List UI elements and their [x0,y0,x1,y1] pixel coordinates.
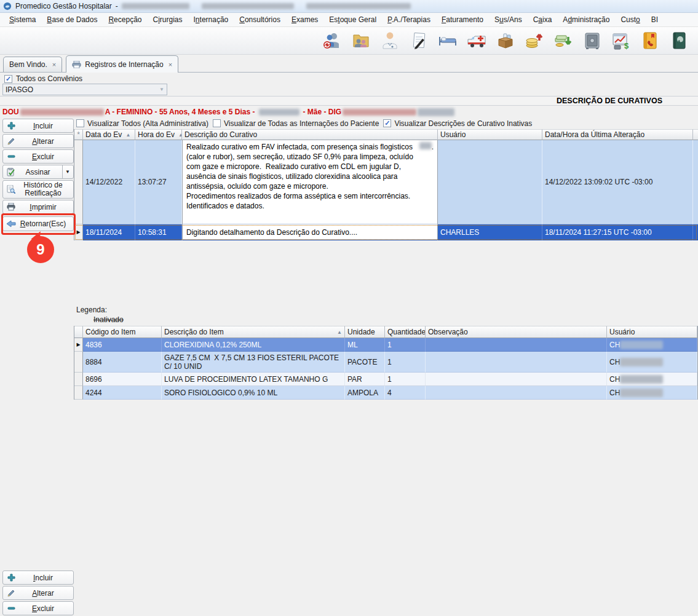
col-observacao[interactable]: Observação [426,326,607,338]
observacao-cell [426,373,607,386]
col-data-do-ev[interactable]: Data do Ev▲ [83,129,135,140]
incluir-button[interactable]: Incluir [2,119,74,133]
col-descricao-item[interactable]: Descrição do Item▲ [162,326,345,338]
add-icon [6,573,16,583]
excluir-button[interactable]: Excluir [2,149,74,164]
menu-item-pa-terapias[interactable]: P.A./Terapias [382,14,436,26]
option-curativo-inativas[interactable]: ✓ Visualizar Descrições de Curativo Inat… [383,119,532,128]
sort-asc-icon: ▲ [337,330,342,335]
table-row[interactable]: 14/12/2022 13:07:27 Realizado curativo e… [74,140,697,224]
hospital-bed-icon[interactable] [437,30,458,51]
menu-item-consultorios[interactable]: Consultórios [234,14,286,26]
data-ev-cell: 18/11/2024 [83,224,135,240]
item-row[interactable]: 8696 LUVA DE PROCEDIMENTO LATEX TAMANHO … [74,373,697,386]
financial-report-icon[interactable]: $ [611,30,632,51]
descricao-item-cell: GAZE 7,5 CM X 7,5 CM 13 FIOS ESTERIL PAC… [162,352,345,373]
col-codigo-item[interactable]: Código do Item [83,326,162,338]
quantidade-cell: 4 [385,386,426,400]
menu-item-base-de-dados[interactable]: Base de Dados [41,14,103,26]
menu-item-bi[interactable]: BI [646,14,664,26]
curativo-inativas-checkbox[interactable]: ✓ [383,119,391,127]
sign-clipboard-icon [6,167,16,177]
money-out-icon[interactable] [553,30,574,51]
redacted-title-1 [122,3,189,9]
col-descricao-curativo[interactable]: Descrição do Curativo [182,129,438,140]
hora-ev-cell: 10:58:31 [135,224,182,240]
item-row[interactable]: 8884 GAZE 7,5 CM X 7,5 CM 13 FIOS ESTERI… [74,352,697,373]
menu-item-custo[interactable]: Custo [615,14,645,26]
incluir-item-button[interactable]: Incluir [2,571,74,585]
alterar-button[interactable]: Alterar [2,134,74,148]
table-row-selected[interactable]: ▶ 18/11/2024 10:58:31 Digitando detalham… [74,224,697,240]
doctor-icon[interactable] [379,30,400,51]
item-row[interactable]: 4244 SORO FISIOLOGICO 0,9% 10 ML AMPOLA … [74,386,697,400]
phone-directory-icon[interactable] [640,30,660,51]
prescription-icon[interactable] [408,30,429,51]
refresh-users-icon[interactable] [322,30,343,51]
tab-bem-vindo-label: Bem Vindo. [9,60,47,69]
option-todas-internacoes[interactable]: Visualizar de Todas as Internações do Pa… [213,119,379,128]
col-quantidade[interactable]: Quantidade [385,326,426,338]
col-unidade[interactable]: Unidade [345,326,385,338]
menu-item-caixa[interactable]: Caixa [528,14,558,26]
title-separator: - [116,2,118,10]
filler-cell [693,224,698,240]
money-in-icon[interactable] [524,30,545,51]
col-hora-do-ev[interactable]: Hora do Ev▲ [135,129,182,140]
selector-header-cell: * [74,129,83,140]
tab-registros-internacao[interactable]: Registros de Internação × [66,55,178,73]
col-usuario[interactable]: Usuário [438,129,542,140]
menu-item-administracao[interactable]: Administração [557,14,615,26]
menu-item-sus-ans[interactable]: Sus/Ans [489,14,528,26]
menu-item-recepcao[interactable]: Recepção [103,14,147,26]
assinar-dropdown-arrow[interactable]: ▼ [62,165,70,178]
menu-item-internacao[interactable]: Internação [188,14,234,26]
col-data-hora-alteracao[interactable]: Data/Hora da Última Alteração [542,129,693,140]
patient-records-icon[interactable] [351,30,371,51]
redacted-signature [419,142,431,149]
item-row-selected[interactable]: ▶ 4836 CLOREXIDINA 0,12% 250ML ML 1 CH [74,338,697,352]
tab-strip: Bem Vindo. × Registros de Internação × [0,55,698,73]
alterar-item-button[interactable]: Alterar [2,586,74,600]
todos-convenios-checkbox[interactable]: ✓ [4,75,12,83]
col-usuario-item[interactable]: Usuário [607,326,697,338]
assinar-button[interactable]: Assinar ▼ [2,165,74,179]
safe-icon[interactable] [582,30,603,51]
stock-supplies-icon[interactable] [495,30,516,51]
menu-item-exames[interactable]: Exames [286,14,323,26]
current-row-marker: ▶ [76,342,80,347]
annotation-step-badge: 9 [27,236,54,263]
section-header: DESCRIÇÃO DE CURATIVOS [0,96,698,106]
quantidade-cell: 1 [385,352,426,373]
imprimir-button[interactable]: Imprimir [2,200,74,214]
tab-close-icon[interactable]: × [169,61,172,68]
history-search-icon [6,184,16,194]
descricao-cell-editing[interactable]: Digitando detalhamento da Descrição do C… [182,224,438,240]
retornar-button[interactable]: Retornar(Esc) [2,216,74,231]
menu-item-faturamento[interactable]: Faturamento [436,14,489,26]
menu-item-estoque-geral[interactable]: Estoque Geral [323,14,382,26]
back-arrow-icon [6,219,16,229]
todos-convenios-label: Todos os Convênios [16,74,82,83]
tab-bem-vindo[interactable]: Bem Vindo. × [3,57,62,72]
todas-internacoes-checkbox[interactable] [213,119,221,127]
redacted-user [620,375,663,384]
codigo-cell: 8884 [83,352,162,373]
excluir-item-button[interactable]: Excluir [2,601,74,615]
visualizar-todos-checkbox[interactable] [76,119,84,127]
option-visualizar-todos[interactable]: Visualizar Todos (Alta Administrativa) [76,119,208,128]
convenio-dropdown[interactable]: IPASGO ▼ [2,84,167,95]
menu-item-sistema[interactable]: Sistema [4,14,41,26]
redacted-user [620,341,663,349]
patient-demographics: A - FEMININO - 55 Anos, 4 Meses e 5 Dias… [105,108,255,116]
visualizar-todos-label: Visualizar Todos (Alta Administrativa) [87,119,208,128]
ambulance-icon[interactable] [466,30,487,51]
observacao-cell [426,338,607,352]
menu-item-cirurgias[interactable]: Cirurgias [147,14,188,26]
descricao-item-cell: LUVA DE PROCEDIMENTO LATEX TAMANHO G [162,373,345,386]
historico-retificacao-button[interactable]: Histórico de Retificação [2,180,74,199]
row-selector-cell [74,140,83,224]
todas-internacoes-label: Visualizar de Todas as Internações do Pa… [224,119,379,128]
tab-close-icon[interactable]: × [52,61,56,68]
contacts-book-icon[interactable] [668,30,689,51]
